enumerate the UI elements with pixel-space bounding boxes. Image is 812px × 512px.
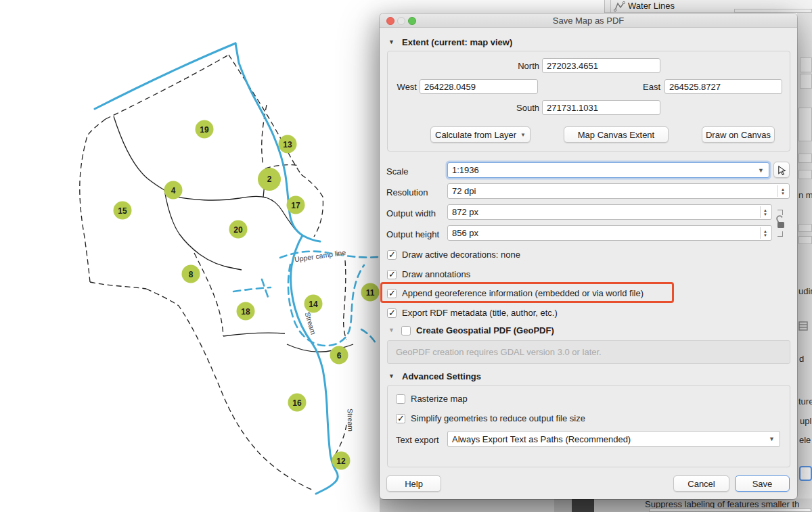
checkbox-checked-icon[interactable] — [387, 289, 397, 298]
map-marker-13[interactable]: 13 — [279, 135, 297, 154]
checkbox-row[interactable]: Draw annotations — [387, 269, 470, 279]
background-dialog-fragment: Suppress labeling of features smaller th — [380, 498, 812, 512]
background-input-fragment — [649, 508, 811, 512]
map-marker-6[interactable]: 6 — [330, 346, 348, 365]
dialog-title: Save Map as PDF — [380, 16, 797, 26]
resolution-label: Resolution — [386, 187, 428, 197]
clipped-text-fragment: ele — [799, 435, 811, 445]
set-scale-from-pointer-button[interactable] — [773, 162, 790, 178]
map-marker-16[interactable]: 16 — [288, 394, 307, 412]
extent-section-header[interactable]: Extent (current: map view) — [402, 37, 512, 47]
geopdf-checkbox-row[interactable]: Create Geospatial PDF (GeoPDF) — [401, 325, 554, 335]
west-input[interactable]: 264228.0459 — [420, 79, 538, 94]
cancel-button[interactable]: Cancel — [673, 475, 729, 492]
spinner-buttons[interactable]: ▲▼ — [777, 185, 788, 197]
clipped-text-fragment: ture — [798, 396, 812, 406]
east-input[interactable]: 264525.8727 — [664, 79, 782, 94]
geopdf-disabled-note: GeoPDF creation requires GDAL version 3.… — [387, 340, 790, 364]
dropdown-arrow-icon: ▼ — [758, 167, 764, 174]
layers-panel-fragment: Water Lines — [604, 0, 812, 13]
checkbox-checked-icon[interactable] — [387, 250, 397, 260]
spinner-buttons[interactable]: ▲▼ — [760, 227, 770, 239]
north-label: North — [492, 61, 539, 71]
unlocked-padlock-icon[interactable] — [775, 214, 786, 231]
output-height-input[interactable]: 856 px ▲▼ — [447, 225, 772, 241]
collapse-triangle-icon[interactable]: ▼ — [388, 39, 394, 45]
map-marker-4[interactable]: 4 — [164, 181, 183, 200]
color-swatch-fragment — [572, 498, 594, 512]
collapse-triangle-icon[interactable]: ▼ — [388, 373, 394, 379]
map-marker-2[interactable]: 2 — [258, 168, 281, 191]
map-text-label: Stream — [346, 409, 355, 432]
dropdown-arrow-icon: ▼ — [769, 436, 775, 442]
collapse-triangle-icon[interactable]: ▼ — [388, 327, 394, 333]
south-label: South — [492, 103, 539, 113]
map-marker-18[interactable]: 18 — [237, 302, 255, 321]
map-marker-11[interactable]: 11 — [361, 283, 380, 302]
map-marker-14[interactable]: 14 — [304, 295, 323, 313]
help-button[interactable]: Help — [386, 475, 441, 492]
calculate-from-layer-button[interactable]: Calculate from Layer▼ — [430, 126, 531, 143]
save-button[interactable]: Save — [735, 475, 790, 492]
scale-combobox[interactable]: 1:1936 ▼ — [447, 162, 769, 178]
link-bracket — [777, 231, 783, 237]
output-width-input[interactable]: 872 px ▲▼ — [447, 204, 772, 220]
map-marker-8[interactable]: 8 — [182, 265, 200, 283]
west-label: West — [389, 82, 417, 92]
south-input[interactable]: 271731.1031 — [542, 100, 660, 115]
north-input[interactable]: 272023.4651 — [542, 58, 660, 73]
clipped-text-fragment: n m — [798, 190, 812, 200]
panel-divider — [604, 0, 605, 13]
checkbox-row[interactable]: Rasterize map — [396, 394, 468, 404]
map-marker-17[interactable]: 17 — [287, 196, 305, 214]
map-canvas-extent-button[interactable]: Map Canvas Extent — [564, 126, 669, 143]
background-dialog-fragment: n m udin d ture upl ele — [797, 13, 812, 498]
clipped-text-fragment: upl — [800, 416, 811, 426]
output-height-label: Output height — [386, 229, 439, 239]
checkbox-row[interactable]: Simplify geometries to reduce output fil… — [396, 413, 585, 423]
scale-label: Scale — [386, 166, 409, 177]
draw-on-canvas-button[interactable]: Draw on Canvas — [702, 126, 775, 143]
background-button-fragment — [799, 466, 812, 481]
checkbox-checked-icon[interactable] — [387, 308, 397, 318]
checkbox-unchecked-icon[interactable] — [396, 394, 405, 404]
output-width-label: Output width — [386, 208, 436, 218]
checkbox-row[interactable]: Draw active decorations: none — [387, 250, 520, 260]
map-marker-12[interactable]: 12 — [332, 452, 351, 470]
east-label: East — [636, 82, 660, 92]
layer-item-water-lines[interactable]: Water Lines — [628, 1, 675, 11]
spinner-buttons[interactable]: ▲▼ — [760, 206, 770, 218]
stacked-box-icon — [798, 321, 809, 331]
map-marker-20[interactable]: 20 — [229, 220, 248, 239]
checkbox-checked-icon[interactable] — [387, 270, 397, 279]
text-export-label: Text export — [396, 435, 439, 445]
checkbox-unchecked-icon[interactable] — [401, 326, 411, 335]
checkbox-row[interactable]: Export RDF metadata (title, author, etc.… — [387, 308, 558, 318]
map-marker-15[interactable]: 15 — [114, 202, 132, 220]
save-map-as-pdf-dialog: Save Map as PDF ▼ Extent (current: map v… — [380, 14, 797, 499]
panel-divider — [610, 0, 611, 13]
resolution-input[interactable]: 72 dpi ▲▼ — [447, 183, 790, 199]
dropdown-arrow-icon: ▼ — [520, 132, 526, 138]
text-export-dropdown[interactable]: Always Export Text as Paths (Recommended… — [447, 431, 780, 447]
line-geometry-icon — [614, 1, 626, 11]
map-extent-pointer-icon — [777, 165, 787, 175]
clipped-text-fragment: d — [799, 354, 804, 364]
checkbox-row-append-georeference[interactable]: Append georeference information (embedde… — [387, 288, 644, 298]
clipped-text-fragment: udin — [798, 286, 812, 296]
checkbox-checked-icon[interactable] — [396, 414, 405, 423]
dialog-titlebar[interactable]: Save Map as PDF — [380, 14, 797, 28]
map-marker-19[interactable]: 19 — [196, 120, 214, 139]
advanced-settings-header[interactable]: Advanced Settings — [402, 371, 481, 381]
